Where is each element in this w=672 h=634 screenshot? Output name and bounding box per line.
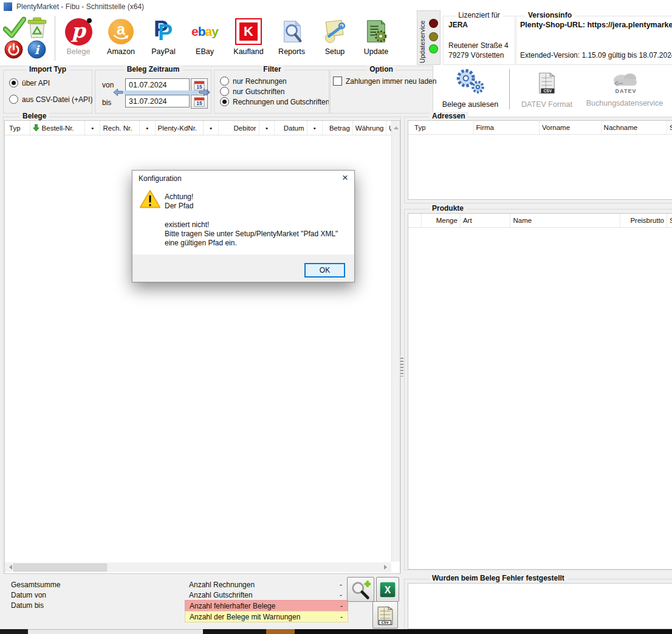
radio-aus-csv[interactable]: aus CSV-Datei (+API) (9, 95, 92, 104)
col-label: Bestell-Nr. (42, 124, 74, 132)
radio-rechnungen-und-gutschriften[interactable]: Rechnungen und Gutschriften (220, 97, 329, 106)
col-firma[interactable]: Firma (474, 121, 540, 134)
toolbar-item-ebay[interactable]: ebay EBay (186, 17, 224, 61)
toolbar-item-paypal[interactable]: PP PayPal (145, 17, 182, 61)
datev-format-button[interactable]: CSV DATEV Format (518, 67, 576, 113)
belege-auslesen-label: Belege auslesen (436, 100, 504, 109)
power-exit-button[interactable] (4, 40, 23, 59)
dialog-line-1: Achtung! (165, 193, 193, 201)
col-urspr-lieferung[interactable]: Urspr. Lieferung (386, 121, 391, 135)
arrow-right-icon (199, 88, 210, 97)
extended-version-text: Extended-Version: 1.15.09 gültig bis 18.… (520, 51, 672, 60)
close-icon[interactable]: × (342, 172, 348, 184)
check-icon (3, 16, 26, 39)
amazon-icon: a (108, 19, 134, 44)
radio-icon (9, 95, 18, 104)
toolbar-item-label: Reports (278, 47, 305, 56)
buchungsdatenservice-label: Buchungsdatenservice (581, 99, 668, 107)
col-vorname[interactable]: Vorname (540, 121, 602, 134)
delete-button[interactable] (26, 16, 49, 39)
zoom-search-button[interactable] (347, 577, 374, 602)
col-spacer (408, 214, 422, 227)
info-icon: i (27, 40, 46, 59)
col-typ[interactable]: Typ (5, 121, 30, 135)
toolbar-item-setup[interactable]: Setup (316, 17, 354, 61)
sort-desc-icon (33, 124, 39, 132)
versioninfo-group-title: Versionsinfo (525, 11, 575, 19)
beleg-zeitraum-title: Beleg Zeitraum (124, 65, 183, 73)
col-typ[interactable]: Typ (408, 121, 474, 134)
col-debitor[interactable]: Debitor (219, 121, 259, 135)
toolbar-item-update[interactable]: Update (357, 17, 395, 61)
csv-building-icon: CSV (375, 604, 396, 627)
col-plenty-kdnr[interactable]: Plenty-KdNr. (156, 121, 204, 135)
toolbar-item-reports[interactable]: Reports (273, 17, 310, 61)
row-label: Anzahl Rechnungen (189, 581, 255, 589)
date-von-input[interactable]: 01.07.2024 (125, 78, 190, 91)
col-rech-nr[interactable]: Rech. Nr. (100, 121, 139, 135)
belege-hscrollbar[interactable] (5, 562, 391, 572)
radio-icon (220, 87, 229, 96)
col-bestell-nr[interactable]: Bestell-Nr. (30, 121, 85, 135)
col-art[interactable]: Art (461, 214, 511, 227)
updateservice-panel: Updateservice (417, 10, 441, 65)
info-button[interactable]: i (27, 40, 46, 59)
scroll-left-arrow[interactable] (7, 565, 12, 570)
row-label: Anzahl der Belege mit Warnungen (190, 613, 300, 621)
scroll-up-arrow[interactable] (394, 124, 399, 129)
col-strasse[interactable]: Strasse (667, 121, 672, 134)
scroll-right-arrow[interactable] (384, 565, 389, 570)
anzahl-rechnungen-row: Anzahl Rechnungen - (185, 579, 347, 590)
col-name[interactable]: Name (510, 214, 620, 227)
csv-export-button[interactable]: CSV (372, 601, 398, 629)
svg-text:CSV: CSV (381, 621, 388, 624)
confirm-check-button[interactable] (3, 16, 26, 39)
belege-auslesen-button[interactable]: Belege auslesen (436, 67, 504, 113)
col-nachname[interactable]: Nachname (602, 121, 667, 134)
col-datum[interactable]: Datum (275, 121, 307, 135)
toolbar-separator (55, 16, 55, 61)
license-city: 79279 Vörstetten (448, 51, 504, 60)
toolbar-item-label: Kaufland (233, 47, 263, 56)
excel-export-button[interactable]: X (376, 577, 399, 602)
taskbar-segment (0, 629, 28, 634)
radio-ueber-api[interactable]: über API (9, 78, 50, 87)
status-dot-3 (429, 44, 438, 53)
buchungsdatenservice-button[interactable]: DATEV Buchungsdatenservice (581, 67, 668, 113)
kaufland-icon: K (235, 18, 262, 45)
col-preisbrutto[interactable]: Preisbrutto (620, 214, 667, 227)
radio-nur-rechnungen[interactable]: nur Rechnungen (220, 77, 287, 86)
belege-vscrollbar[interactable] (391, 121, 400, 562)
col-waehrung[interactable]: Währung (353, 121, 386, 135)
action-panel-separator (509, 69, 510, 109)
radio-label: nur Rechnungen (233, 77, 287, 86)
radio-nur-gutschriften[interactable]: nur Gutschriften (220, 87, 284, 96)
toolbar-item-amazon[interactable]: a Amazon (102, 17, 140, 61)
col-steuer[interactable]: Steuer (667, 214, 672, 227)
adressen-group-title: Adressen (429, 112, 468, 120)
col-menge[interactable]: Menge (422, 214, 461, 227)
reports-icon (278, 18, 305, 45)
dialog-titlebar: Konfiguration × (132, 171, 354, 186)
next-period-arrow[interactable] (199, 88, 210, 98)
datum-bis-label: Datum bis (11, 601, 44, 610)
col-betrag[interactable]: Betrag (323, 121, 353, 135)
date-bis-input[interactable]: 31.07.2024 (125, 95, 190, 107)
anzahl-gutschriften-row: Anzahl Gutschriften - (185, 590, 347, 600)
toolbar-item-kaufland[interactable]: K Kaufland (230, 17, 267, 61)
taskbar-segment (203, 629, 266, 634)
toolbar-item-belege[interactable]: p Belege (60, 17, 97, 61)
ok-button[interactable]: OK (304, 263, 345, 278)
scroll-thumb[interactable] (13, 564, 107, 571)
adressen-header-row: Typ Firma Vorname Nachname Strasse (408, 121, 672, 135)
produkte-listview (408, 213, 672, 570)
row-label: Anzahl fehlerhafter Belege (190, 602, 275, 610)
panel-splitter[interactable] (400, 356, 403, 377)
taskbar-segment (28, 629, 203, 634)
toolbar-item-label: Update (364, 47, 388, 56)
prev-period-arrow[interactable] (113, 88, 123, 98)
gears-icon (453, 68, 487, 96)
taskbar-segment (295, 629, 672, 634)
checkbox-zahlungen[interactable]: Zahlungen immer neu laden (333, 77, 436, 86)
import-typ-title: Import Typ (26, 65, 69, 73)
